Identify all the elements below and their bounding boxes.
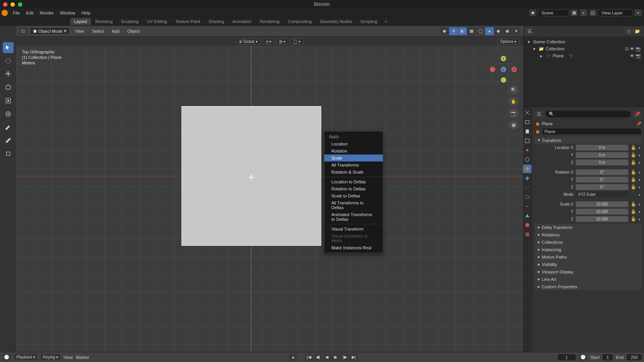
layer-add-icon[interactable]: + (635, 9, 642, 16)
proportional-selector[interactable]: ◯ ▾ (290, 39, 303, 44)
tab-layout[interactable]: Layout (70, 18, 91, 25)
orientation-selector[interactable]: ⊕ Global ▾ (236, 39, 260, 44)
section-vp-display[interactable]: ▸ Viewport Display (535, 268, 642, 275)
gizmo-x-neg-icon[interactable] (490, 67, 495, 72)
prop-tab-constraints[interactable] (523, 202, 532, 211)
play-reverse-icon[interactable]: ◀ (322, 353, 331, 361)
gizmo-toggle-icon[interactable]: ✦ (449, 27, 458, 35)
prop-search[interactable]: 🔍 (546, 111, 631, 117)
prop-pin-icon[interactable]: 📌 (633, 110, 642, 118)
outliner-filter-icon[interactable]: ▽ (624, 27, 633, 35)
tab-animation[interactable]: Animation (229, 18, 256, 25)
scale-x-value[interactable]: 10.000 (576, 201, 628, 207)
maximize-window-icon[interactable] (18, 2, 22, 7)
outliner-new-collection-icon[interactable]: 📁 (633, 27, 642, 35)
keying-dropdown[interactable]: Keying ▾ (41, 354, 60, 360)
section-transform[interactable]: ▾ Transform (535, 137, 642, 144)
prop-tab-object[interactable] (523, 165, 532, 173)
perspective-icon[interactable]: ▦ (509, 120, 518, 130)
outliner-plane[interactable]: ▸ ▽ Plane ▽ 👁 📷 (525, 52, 642, 59)
tool-add-cube[interactable] (3, 148, 14, 159)
section-visibility[interactable]: ▸ Visibility (535, 261, 642, 268)
viewlayer-name-input[interactable] (598, 9, 633, 16)
options-dropdown[interactable]: Options ▾ (497, 39, 519, 44)
layer-icon[interactable]: ◱ (589, 9, 596, 16)
prop-editor-type-icon[interactable]: ☰ (535, 110, 543, 118)
tab-compositing[interactable]: Compositing (284, 18, 315, 25)
jump-end-icon[interactable]: ▶| (349, 353, 358, 361)
xray-toggle-icon[interactable]: ▦ (467, 27, 476, 35)
preview-range-icon[interactable]: 🕐 (579, 353, 587, 361)
timeline-marker-menu[interactable]: Marker (76, 355, 89, 360)
start-frame-input[interactable]: 1 (603, 354, 613, 360)
shading-options-icon[interactable]: ▾ (512, 27, 521, 35)
tool-cursor[interactable] (3, 55, 14, 66)
object-name-input[interactable] (542, 128, 642, 135)
tab-add-button[interactable]: + (381, 19, 390, 24)
lock-icon[interactable]: 🔓 (631, 177, 636, 182)
section-collections[interactable]: ▸ Collections (535, 238, 642, 246)
menu-rotation-scale[interactable]: Rotation & Scale (324, 169, 383, 176)
pan-icon[interactable]: ✋ (509, 97, 518, 106)
tool-transform[interactable] (3, 108, 14, 119)
menu-edit[interactable]: Edit (23, 10, 36, 16)
rotation-x-value[interactable]: 0° (576, 169, 628, 175)
tab-sculpting[interactable]: Sculpting (117, 18, 142, 25)
prop-tab-texture[interactable] (523, 230, 532, 239)
render-icon[interactable]: 📷 (635, 53, 641, 59)
rotation-z-value[interactable]: 0° (576, 184, 628, 190)
tab-scripting[interactable]: Scripting (356, 18, 381, 25)
prop-tab-scene[interactable] (523, 146, 532, 154)
lock-icon[interactable]: 🔓 (631, 202, 636, 207)
gizmo-y-neg-icon[interactable] (501, 77, 506, 83)
section-motion[interactable]: ▸ Motion Paths (535, 253, 642, 261)
tool-select-box[interactable] (3, 42, 14, 53)
overlays-toggle-icon[interactable]: ◐ (458, 27, 467, 35)
eye-icon[interactable]: 👁 (630, 53, 634, 59)
prop-tab-physics[interactable] (523, 193, 532, 201)
location-z-value[interactable]: 0 m (576, 160, 628, 165)
prop-tab-data[interactable] (523, 211, 532, 220)
lock-icon[interactable]: 🔓 (631, 160, 636, 165)
vp-menu-select[interactable]: Select (89, 28, 107, 34)
jump-start-icon[interactable]: |◀ (304, 353, 313, 361)
section-relations[interactable]: ▸ Relations (535, 231, 642, 238)
shading-preview-icon[interactable]: ◉ (494, 27, 503, 35)
tab-geometry[interactable]: Geometry Nodes (316, 18, 356, 25)
menu-location-deltas[interactable]: Location to Deltas (324, 178, 383, 185)
lock-icon[interactable]: 🔓 (631, 153, 636, 158)
scene-browse-icon[interactable]: ▦ (571, 9, 578, 16)
tab-rendering[interactable]: Rendering (256, 18, 283, 25)
prop-tab-particles[interactable] (523, 183, 532, 192)
menu-scale-deltas[interactable]: Scale to Deltas (324, 192, 383, 199)
lock-icon[interactable]: 🔓 (631, 145, 636, 150)
prop-tab-modifiers[interactable] (523, 174, 532, 183)
zoom-icon[interactable]: 🔍 (509, 85, 518, 94)
tool-measure[interactable] (3, 135, 14, 146)
end-frame-input[interactable]: 250 (627, 354, 642, 360)
lock-icon[interactable]: 🔓 (631, 170, 636, 175)
tab-texture[interactable]: Texture Paint (171, 18, 204, 25)
autokey-icon[interactable]: ● (289, 353, 297, 361)
section-instancing[interactable]: ▸ Instancing (535, 246, 642, 253)
mode-selector[interactable]: ◼Object Mode▾ (30, 27, 70, 35)
rotation-mode-select[interactable]: XYZ Euler (576, 192, 628, 197)
menu-file[interactable]: File (10, 10, 23, 16)
tab-uv[interactable]: UV Editing (143, 18, 171, 25)
menu-location[interactable]: Location (324, 140, 383, 147)
tab-modeling[interactable]: Modeling (91, 18, 117, 25)
editor-type-icon[interactable]: ◫ (19, 27, 27, 35)
menu-all-deltas[interactable]: All Transforms to Deltas (324, 199, 383, 211)
vp-menu-view[interactable]: View (72, 28, 87, 34)
tool-scale[interactable] (3, 95, 14, 106)
play-icon[interactable]: ▶ (331, 353, 340, 361)
snap-selector[interactable]: ⊞ ▾ (276, 39, 288, 44)
tool-rotate[interactable] (3, 82, 14, 93)
scene-add-icon[interactable]: + (580, 9, 587, 16)
jump-prev-key-icon[interactable]: ◀| (313, 353, 322, 361)
menu-render[interactable]: Render (37, 10, 57, 16)
tool-annotate[interactable] (3, 122, 14, 133)
section-lineart[interactable]: ▸ Line Art (535, 275, 642, 283)
prop-tab-viewlayer[interactable] (523, 137, 532, 145)
section-delta[interactable]: ▸ Delta Transform (535, 224, 642, 231)
